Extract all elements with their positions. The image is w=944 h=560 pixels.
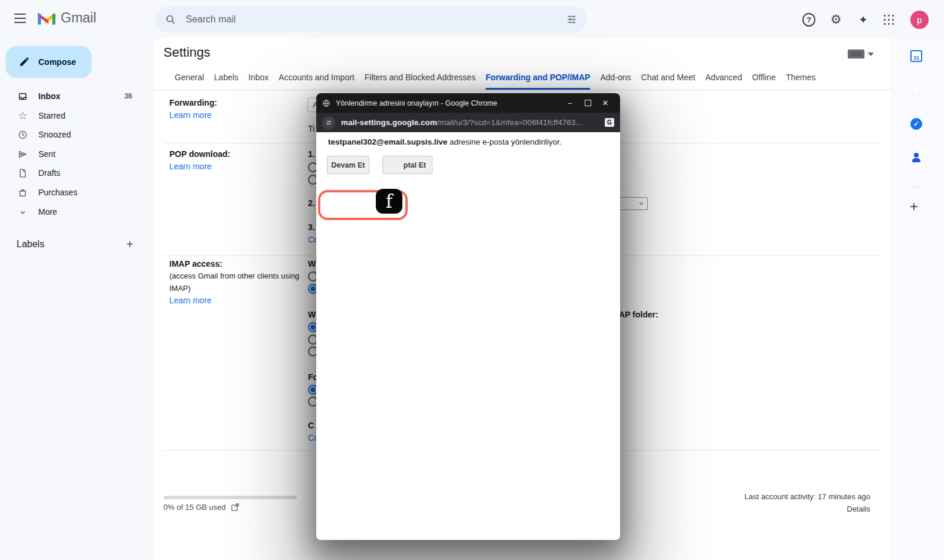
storage-progress-bar — [163, 496, 297, 499]
continue-button[interactable]: Devam Et — [327, 156, 369, 174]
create-label-icon[interactable]: + — [126, 238, 133, 251]
popup-title-bar[interactable]: Yönlendirme adresini onaylayın - Google … — [316, 93, 620, 113]
star-icon: ☆ — [18, 109, 28, 122]
compose-button[interactable]: Compose — [6, 46, 91, 77]
gmail-logo-icon — [37, 11, 57, 26]
pop-option1-number: 1. — [308, 149, 315, 159]
inbox-icon — [18, 91, 28, 101]
side-panel-rail: 31 ✓ + — [892, 38, 944, 560]
search-input[interactable] — [185, 14, 558, 25]
popup-body: testpanel302@email.supsis.live adresine … — [316, 132, 620, 540]
sidebar-item-label: Snoozed — [38, 130, 71, 139]
tab-offline[interactable]: Offline — [752, 71, 776, 90]
close-button[interactable]: ✕ — [596, 96, 614, 110]
tab-general[interactable]: General — [175, 71, 204, 90]
chevron-down-icon — [638, 201, 645, 207]
sidebar-item-drafts[interactable]: Drafts — [0, 163, 148, 182]
search-options-icon[interactable] — [566, 14, 578, 25]
tab-advanced[interactable]: Advanced — [705, 71, 742, 90]
cancel-button[interactable]: ptal Et — [382, 156, 432, 174]
popup-window-title: Yönlendirme adresini onaylayın - Google … — [336, 99, 561, 107]
translate-icon[interactable]: G — [605, 118, 614, 127]
labels-title: Labels — [17, 239, 44, 250]
search-bar[interactable] — [155, 6, 587, 32]
tab-add-ons[interactable]: Add-ons — [600, 71, 631, 90]
tab-accounts-and-import[interactable]: Accounts and Import — [278, 71, 354, 90]
rail-divider — [910, 186, 922, 187]
top-bar: Gmail ? ⚙ ✦ p — [0, 0, 944, 38]
imap-when-label-fragment-1: W — [308, 259, 316, 268]
tab-inbox[interactable]: Inbox — [248, 71, 268, 90]
storage-usage: 0% of 15 GB used — [163, 503, 240, 512]
pop-option3-number: 3. — [308, 222, 315, 232]
sidebar-item-purchases[interactable]: Purchases — [0, 183, 148, 202]
sidebar-item-more[interactable]: More — [0, 202, 148, 221]
settings-gear-icon[interactable]: ⚙ — [830, 13, 843, 26]
clock-icon — [18, 130, 28, 140]
contacts-icon[interactable] — [910, 152, 922, 163]
imap-when-label-fragment-2: W — [308, 310, 316, 319]
tip-text-fragment: Ti — [308, 124, 314, 133]
get-add-ons-icon[interactable]: + — [910, 198, 918, 215]
imap-note-line1: (access Gmail from other clients using — [169, 271, 299, 280]
cursor-badge-icon: f — [376, 189, 402, 214]
external-link-icon[interactable] — [231, 503, 240, 512]
pop-learn-more-link[interactable]: Learn more — [169, 162, 212, 171]
tabs-divider — [153, 90, 892, 90]
url-path: /mail/u/3/?scd=1&mfea=006f41fcff4763... — [437, 118, 582, 127]
maximize-button[interactable] — [579, 96, 596, 110]
page-title: Settings — [163, 45, 211, 60]
chevron-down-icon — [18, 207, 28, 217]
sidebar-item-starred[interactable]: ☆ Starred — [0, 106, 148, 125]
gmail-app: Gmail ? ⚙ ✦ p Compose Inbox 36 ☆ Starred — [0, 0, 944, 560]
forwarding-address: testpanel302@email.supsis.live — [328, 137, 447, 146]
imap-learn-more-link[interactable]: Learn more — [169, 296, 212, 305]
imap-note-line2: IMAP) — [169, 284, 191, 293]
forwarding-section-label: Forwarding: — [169, 98, 217, 107]
document-icon — [18, 168, 28, 178]
imap-folder-label-fragment: AP folder: — [619, 310, 658, 319]
sidebar-item-inbox[interactable]: Inbox 36 — [0, 87, 148, 106]
message-text: adresine e-posta yönlendiriliyor. — [447, 137, 562, 146]
search-icon[interactable] — [165, 14, 176, 25]
tab-forwarding-and-pop-imap[interactable]: Forwarding and POP/IMAP — [486, 71, 590, 90]
maximize-icon — [585, 100, 591, 106]
calendar-icon[interactable]: 31 — [910, 50, 922, 62]
gemini-sparkle-icon[interactable]: ✦ — [857, 13, 870, 26]
sidebar-item-label: More — [38, 207, 57, 217]
shopping-bag-icon — [18, 188, 28, 198]
tab-themes[interactable]: Themes — [786, 71, 816, 90]
inbox-count-badge: 36 — [124, 92, 132, 100]
left-navigation: Compose Inbox 36 ☆ Starred Snoozed Sent … — [0, 38, 153, 560]
keep-icon[interactable] — [910, 84, 922, 96]
imap-section-label: IMAP access: — [169, 259, 222, 268]
configuration-label-fragment: C — [308, 421, 314, 430]
keyboard-icon — [848, 50, 864, 58]
tasks-icon[interactable]: ✓ — [910, 118, 922, 130]
popup-url[interactable]: mail-settings.google.com/mail/u/3/?scd=1… — [341, 118, 605, 127]
site-info-icon[interactable] — [322, 116, 335, 129]
pencil-icon — [19, 56, 30, 67]
sidebar-item-label: Starred — [38, 111, 65, 120]
send-icon — [18, 149, 28, 159]
sidebar-item-label: Inbox — [38, 91, 60, 101]
settings-tabs: General Labels Inbox Accounts and Import… — [175, 71, 816, 90]
details-link[interactable]: Details — [847, 505, 870, 513]
caret-down-icon — [868, 53, 874, 56]
popup-url-bar[interactable]: mail-settings.google.com/mail/u/3/?scd=1… — [316, 113, 620, 132]
google-apps-grid-icon[interactable] — [882, 13, 895, 26]
tab-labels[interactable]: Labels — [214, 71, 238, 90]
sidebar-item-snoozed[interactable]: Snoozed — [0, 125, 148, 144]
labels-header: Labels + — [0, 235, 148, 254]
tab-chat-and-meet[interactable]: Chat and Meet — [641, 71, 696, 90]
minimize-button[interactable]: – — [561, 96, 579, 110]
forwarding-learn-more-link[interactable]: Learn more — [169, 110, 212, 120]
help-icon[interactable]: ? — [802, 13, 815, 26]
tab-filters-and-blocked-addresses[interactable]: Filters and Blocked Addresses — [365, 71, 476, 90]
input-tools-selector[interactable] — [848, 50, 874, 58]
main-menu-icon[interactable] — [14, 14, 26, 23]
forwarding-confirmation-message: testpanel302@email.supsis.live adresine … — [328, 137, 562, 146]
account-avatar[interactable]: p — [910, 11, 929, 29]
globe-icon — [322, 99, 330, 107]
sidebar-item-sent[interactable]: Sent — [0, 145, 148, 163]
